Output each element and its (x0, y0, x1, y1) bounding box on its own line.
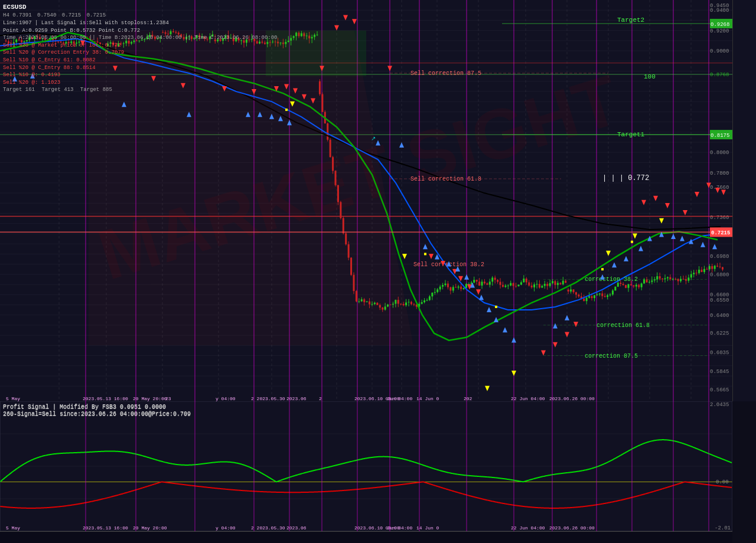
indicator-title: Profit Signal | Modified By FSB3 0.0951 … (3, 404, 166, 411)
time-axis (0, 531, 732, 543)
signal-text: 260-Signal=Sell since:2023.06.26 04:00:0… (3, 411, 191, 418)
indicator-canvas[interactable] (0, 401, 732, 531)
main-chart-canvas[interactable] (0, 0, 732, 401)
chart-container: ECSUSD H4 0.7391 0.7540 0.7215 0.7215 Li… (0, 0, 756, 543)
price-axis (732, 0, 756, 401)
